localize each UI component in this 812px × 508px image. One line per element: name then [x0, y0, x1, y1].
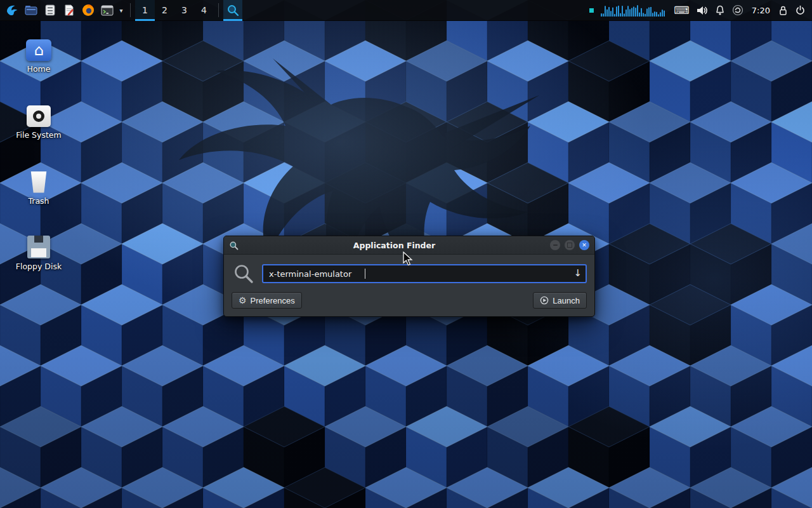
firefox-launcher[interactable] [79, 0, 98, 21]
text-caret [365, 269, 365, 279]
app-finder-titlebar[interactable]: Application Finder ✕ [224, 236, 594, 255]
power-icon [795, 5, 806, 16]
search-icon [226, 4, 239, 17]
desktop-icon-home[interactable]: ⌂ Home [9, 36, 69, 74]
lock-icon [778, 5, 788, 16]
bell-icon [715, 5, 725, 16]
search-field-wrap: ↓ [262, 264, 587, 283]
clock[interactable]: 7:20 [750, 6, 771, 15]
floppy-icon [27, 236, 50, 258]
launch-icon [540, 296, 549, 305]
home-icon: ⌂ [26, 39, 51, 61]
lock-screen-button[interactable] [778, 0, 788, 21]
updates-button[interactable] [732, 0, 743, 21]
desktop: ▾ 1 2 3 4 ⌨ [0, 0, 812, 508]
search-input[interactable] [262, 264, 587, 283]
speaker-icon [697, 5, 708, 16]
panel-separator [218, 3, 219, 17]
cpu-graph-icon [601, 3, 667, 17]
window-buttons: ✕ [550, 240, 589, 250]
desktop-icon-label: Trash [28, 197, 49, 206]
logout-button[interactable] [795, 0, 806, 21]
desktop-icon-label: Home [27, 65, 51, 74]
folder-icon [25, 4, 37, 16]
maximize-button[interactable] [565, 240, 575, 250]
launch-label: Launch [553, 296, 580, 305]
close-button[interactable]: ✕ [579, 240, 589, 250]
trash-icon [30, 171, 48, 193]
top-panel: ▾ 1 2 3 4 ⌨ [0, 0, 812, 21]
app-finder-footer: ⚙ Preferences Launch [224, 284, 594, 316]
app-finder-window-icon [229, 241, 239, 250]
workspace-button-3[interactable]: 3 [174, 0, 194, 21]
file-manager-launcher[interactable] [22, 0, 41, 21]
text-editor-icon [63, 4, 75, 16]
preferences-label: Preferences [251, 296, 295, 305]
keyboard-layout-icon[interactable]: ⌨ [674, 0, 690, 21]
workspace-button-4[interactable]: 4 [194, 0, 214, 21]
text-editor-launcher[interactable] [60, 0, 79, 21]
volume-button[interactable] [697, 0, 708, 21]
notifications-button[interactable] [715, 0, 725, 21]
terminal-launcher[interactable] [98, 0, 117, 21]
cabinet-icon [44, 4, 56, 16]
taskbar-app-finder-button[interactable] [223, 0, 242, 21]
launch-button[interactable]: Launch [533, 292, 587, 309]
dropdown-arrow-icon[interactable]: ↓ [573, 267, 582, 279]
panel-tray: ⌨ 7:20 [589, 0, 812, 20]
desktop-icon-file-system[interactable]: File System [9, 102, 69, 140]
gear-icon: ⚙ [239, 296, 247, 305]
minimize-button[interactable] [550, 240, 560, 250]
panel-separator [130, 3, 131, 17]
workspace-button-1[interactable]: 1 [135, 0, 155, 21]
terminal-icon [101, 5, 114, 16]
tray-indicator-icon[interactable] [589, 8, 594, 13]
desktop-icon-label: Floppy Disk [16, 262, 62, 271]
file-cabinet-launcher[interactable] [41, 0, 60, 21]
search-icon-large [233, 263, 254, 284]
workspace-button-2[interactable]: 2 [155, 0, 174, 21]
drive-icon [27, 105, 51, 127]
kali-logo-icon [5, 3, 19, 17]
panel-left: ▾ 1 2 3 4 [0, 0, 242, 20]
cpu-graph[interactable] [601, 0, 667, 21]
firefox-icon [82, 4, 95, 17]
update-orb-icon [732, 4, 743, 16]
desktop-icon-floppy[interactable]: Floppy Disk [9, 233, 69, 271]
chevron-down-icon[interactable]: ▾ [117, 0, 126, 21]
desktop-icon-label: File System [16, 131, 62, 140]
desktop-icon-column: ⌂ Home File System Trash Floppy Disk [9, 36, 69, 299]
app-finder-body: ↓ [224, 255, 594, 284]
desktop-icon-trash[interactable]: Trash [9, 168, 69, 206]
preferences-button[interactable]: ⚙ Preferences [232, 292, 302, 309]
app-finder-window: Application Finder ✕ ↓ ⚙ Preferences [223, 236, 595, 317]
kali-menu-button[interactable] [3, 0, 22, 21]
window-title: Application Finder [242, 241, 546, 250]
